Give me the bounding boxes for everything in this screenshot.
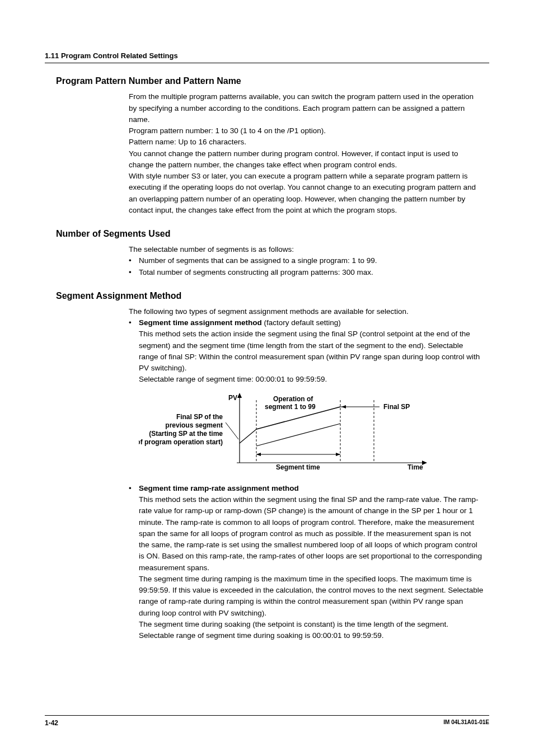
svg-marker-11 [341,405,346,408]
section-number-title: 1.11 Program Control Related Settings [45,51,178,60]
fig-left1: Final SP of the [176,413,223,421]
list-item: • Segment time assignment method (factor… [129,317,484,483]
svg-line-7 [240,429,256,443]
paragraph: This method sets the action inside the s… [139,328,484,374]
fig-label-op1: Operation of [273,395,313,403]
page-footer: 1-42 IM 04L31A01-01E [45,715,489,728]
fig-left4: of program operation start) [139,438,223,446]
bullet-icon: • [129,267,139,278]
segment-time-diagram: PV Operation of segment 1 to 99 Final SP… [139,390,484,477]
paragraph: Pattern name: Up to 16 characters. [129,137,484,148]
page-number: 1-42 [45,718,58,728]
page: 1.11 Program Control Related Settings Pr… [0,0,534,756]
section-body: The selectable number of segments is as … [129,244,484,278]
bullet-icon: • [129,483,139,494]
list-item: • Total number of segments constructing … [129,267,484,278]
paragraph: The segment time during soaking (the set… [139,619,484,630]
method-label: Segment time ramp-rate assignment method [139,484,299,492]
bullet-icon: • [129,317,139,328]
bullet-text: Number of segments that can be assigned … [139,255,484,266]
svg-marker-13 [256,453,261,456]
list-item: • Number of segments that can be assigne… [129,255,484,266]
list-item: • Segment time ramp-rate assignment meth… [129,483,484,642]
svg-marker-1 [237,393,242,398]
paragraph: Selectable range of segment time: 00:00:… [139,374,484,385]
fig-label-segtime: Segment time [276,463,320,471]
paragraph: Program pattern number: 1 to 30 (1 to 4 … [129,125,484,137]
section-body: From the multiple program patterns avail… [129,91,484,216]
fig-left3: (Starting SP at the time [149,430,223,438]
svg-line-15 [226,422,238,439]
document-id: IM 04L31A01-01E [443,718,489,728]
paragraph: From the multiple program patterns avail… [129,91,484,125]
svg-line-9 [256,424,340,446]
fig-left2: previous segment [165,421,223,429]
method-label: Segment time assignment method [139,318,262,327]
paragraph: With style number S3 or later, you can e… [129,171,484,216]
paragraph: The following two types of segment assig… [129,306,484,317]
heading-number-segments: Number of Segments Used [56,227,489,241]
bullet-text: Total number of segments constructing al… [139,267,484,278]
paragraph: The segment time during ramping is the m… [139,574,484,619]
paragraph: Selectable range of segment time during … [139,630,484,641]
heading-segment-assignment: Segment Assignment Method [56,289,489,303]
fig-label-finalsp: Final SP [383,403,410,411]
fig-label-op2: segment 1 to 99 [265,403,316,411]
section-body: The following two types of segment assig… [129,306,484,642]
axis-label-pv: PV [228,394,237,402]
page-header: 1.11 Program Control Related Settings [45,50,489,63]
bullet-icon: • [129,255,139,266]
paragraph: You cannot change the pattern number dur… [129,148,484,171]
svg-marker-14 [336,453,340,456]
paragraph: The selectable number of segments is as … [129,244,484,255]
heading-program-pattern: Program Pattern Number and Pattern Name [56,74,489,88]
method-suffix: (factory default setting) [262,318,341,327]
paragraph: This method sets the action within the s… [139,494,484,574]
axis-label-time: Time [407,463,423,471]
